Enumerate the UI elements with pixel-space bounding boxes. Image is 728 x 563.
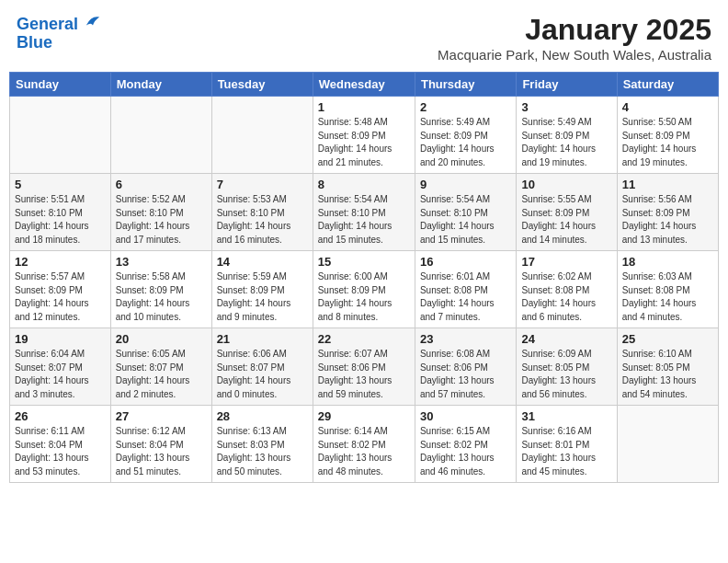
day-info: Sunrise: 6:02 AM Sunset: 8:08 PM Dayligh…: [521, 270, 611, 324]
day-info: Sunrise: 6:11 AM Sunset: 8:04 PM Dayligh…: [15, 425, 106, 478]
day-number: 19: [15, 332, 106, 346]
day-info: Sunrise: 6:01 AM Sunset: 8:08 PM Dayligh…: [420, 270, 511, 324]
day-info: Sunrise: 6:04 AM Sunset: 8:07 PM Dayligh…: [15, 348, 106, 401]
calendar-cell: 30Sunrise: 6:15 AM Sunset: 8:02 PM Dayli…: [415, 406, 516, 483]
calendar-week-row: 12Sunrise: 5:57 AM Sunset: 8:09 PM Dayli…: [10, 251, 719, 328]
day-number: 18: [622, 255, 713, 269]
calendar-cell: 24Sunrise: 6:09 AM Sunset: 8:05 PM Dayli…: [517, 328, 617, 406]
day-number: 21: [217, 332, 308, 346]
calendar-cell: 20Sunrise: 6:05 AM Sunset: 8:07 PM Dayli…: [110, 328, 211, 406]
day-info: Sunrise: 5:49 AM Sunset: 8:09 PM Dayligh…: [420, 116, 511, 169]
location-title: Macquarie Park, New South Wales, Austral…: [438, 47, 711, 63]
day-info: Sunrise: 5:59 AM Sunset: 8:09 PM Dayligh…: [217, 270, 308, 324]
calendar-cell: 26Sunrise: 6:11 AM Sunset: 8:04 PM Dayli…: [10, 406, 111, 483]
calendar-cell: 6Sunrise: 5:52 AM Sunset: 8:10 PM Daylig…: [110, 174, 211, 251]
calendar-cell: 16Sunrise: 6:01 AM Sunset: 8:08 PM Dayli…: [415, 251, 516, 328]
calendar-cell: 14Sunrise: 5:59 AM Sunset: 8:09 PM Dayli…: [211, 251, 313, 328]
calendar-cell: 3Sunrise: 5:49 AM Sunset: 8:09 PM Daylig…: [517, 97, 617, 174]
calendar-cell: 31Sunrise: 6:16 AM Sunset: 8:01 PM Dayli…: [517, 406, 617, 483]
day-info: Sunrise: 5:54 AM Sunset: 8:10 PM Dayligh…: [420, 193, 511, 247]
weekday-header-tuesday: Tuesday: [211, 73, 313, 97]
day-number: 22: [318, 332, 410, 346]
calendar-cell: 13Sunrise: 5:58 AM Sunset: 8:09 PM Dayli…: [110, 251, 211, 328]
weekday-header-row: SundayMondayTuesdayWednesdayThursdayFrid…: [10, 73, 719, 97]
day-number: 9: [420, 178, 511, 191]
day-info: Sunrise: 6:15 AM Sunset: 8:02 PM Dayligh…: [420, 425, 511, 478]
day-number: 24: [521, 332, 611, 346]
calendar-cell: 27Sunrise: 6:12 AM Sunset: 8:04 PM Dayli…: [110, 406, 211, 483]
day-info: Sunrise: 6:16 AM Sunset: 8:01 PM Dayligh…: [521, 425, 611, 478]
calendar-cell: 7Sunrise: 5:53 AM Sunset: 8:10 PM Daylig…: [211, 174, 313, 251]
calendar-cell: 2Sunrise: 5:49 AM Sunset: 8:09 PM Daylig…: [415, 97, 516, 174]
calendar-cell: 18Sunrise: 6:03 AM Sunset: 8:08 PM Dayli…: [617, 251, 718, 328]
weekday-header-sunday: Sunday: [10, 73, 111, 97]
day-info: Sunrise: 6:13 AM Sunset: 8:03 PM Dayligh…: [217, 425, 308, 478]
logo-bird-icon: [85, 13, 101, 29]
calendar-cell: 11Sunrise: 5:56 AM Sunset: 8:09 PM Dayli…: [617, 174, 718, 251]
calendar-cell: [211, 97, 313, 174]
day-number: 13: [116, 255, 207, 269]
weekday-header-wednesday: Wednesday: [313, 73, 415, 97]
calendar-week-row: 26Sunrise: 6:11 AM Sunset: 8:04 PM Dayli…: [10, 406, 719, 483]
calendar-cell: 8Sunrise: 5:54 AM Sunset: 8:10 PM Daylig…: [313, 174, 415, 251]
day-number: 6: [116, 178, 207, 191]
calendar-cell: 21Sunrise: 6:06 AM Sunset: 8:07 PM Dayli…: [211, 328, 313, 406]
logo: General Blue: [17, 13, 101, 52]
day-number: 25: [622, 332, 713, 346]
day-number: 27: [116, 409, 207, 423]
calendar-cell: 5Sunrise: 5:51 AM Sunset: 8:10 PM Daylig…: [10, 174, 111, 251]
logo-general: General: [17, 15, 78, 33]
day-info: Sunrise: 6:03 AM Sunset: 8:08 PM Dayligh…: [622, 270, 713, 324]
calendar-cell: 22Sunrise: 6:07 AM Sunset: 8:06 PM Dayli…: [313, 328, 415, 406]
month-title: January 2025: [438, 13, 711, 47]
calendar-cell: 1Sunrise: 5:48 AM Sunset: 8:09 PM Daylig…: [313, 97, 415, 174]
calendar-cell: 9Sunrise: 5:54 AM Sunset: 8:10 PM Daylig…: [415, 174, 516, 251]
day-info: Sunrise: 6:07 AM Sunset: 8:06 PM Dayligh…: [318, 348, 410, 401]
day-info: Sunrise: 5:51 AM Sunset: 8:10 PM Dayligh…: [15, 193, 106, 247]
calendar-cell: 15Sunrise: 6:00 AM Sunset: 8:09 PM Dayli…: [313, 251, 415, 328]
day-number: 20: [116, 332, 207, 346]
page-header: General Blue January 2025 Macquarie Park…: [9, 9, 719, 66]
day-info: Sunrise: 5:53 AM Sunset: 8:10 PM Dayligh…: [217, 193, 308, 247]
day-info: Sunrise: 6:10 AM Sunset: 8:05 PM Dayligh…: [622, 348, 713, 401]
day-info: Sunrise: 6:08 AM Sunset: 8:06 PM Dayligh…: [420, 348, 511, 401]
weekday-header-saturday: Saturday: [617, 73, 718, 97]
day-info: Sunrise: 6:14 AM Sunset: 8:02 PM Dayligh…: [318, 425, 410, 478]
day-info: Sunrise: 6:09 AM Sunset: 8:05 PM Dayligh…: [521, 348, 611, 401]
day-number: 7: [217, 178, 308, 191]
calendar-cell: 25Sunrise: 6:10 AM Sunset: 8:05 PM Dayli…: [617, 328, 718, 406]
day-info: Sunrise: 5:56 AM Sunset: 8:09 PM Dayligh…: [622, 193, 713, 247]
day-number: 10: [521, 178, 611, 191]
day-info: Sunrise: 5:48 AM Sunset: 8:09 PM Dayligh…: [318, 116, 410, 169]
day-number: 12: [15, 255, 106, 269]
calendar-cell: 12Sunrise: 5:57 AM Sunset: 8:09 PM Dayli…: [10, 251, 111, 328]
day-number: 26: [15, 409, 106, 423]
day-info: Sunrise: 5:50 AM Sunset: 8:09 PM Dayligh…: [622, 116, 713, 169]
day-info: Sunrise: 5:57 AM Sunset: 8:09 PM Dayligh…: [15, 270, 106, 324]
calendar-cell: [617, 406, 718, 483]
day-number: 2: [420, 100, 511, 114]
logo-blue: Blue: [17, 34, 101, 52]
day-info: Sunrise: 6:12 AM Sunset: 8:04 PM Dayligh…: [116, 425, 207, 478]
calendar-cell: 10Sunrise: 5:55 AM Sunset: 8:09 PM Dayli…: [517, 174, 617, 251]
day-number: 5: [15, 178, 106, 191]
day-number: 31: [521, 409, 611, 423]
calendar-table: SundayMondayTuesdayWednesdayThursdayFrid…: [9, 72, 719, 483]
day-number: 11: [622, 178, 713, 191]
calendar-week-row: 19Sunrise: 6:04 AM Sunset: 8:07 PM Dayli…: [10, 328, 719, 406]
day-info: Sunrise: 5:58 AM Sunset: 8:09 PM Dayligh…: [116, 270, 207, 324]
day-number: 16: [420, 255, 511, 269]
day-number: 1: [318, 100, 410, 114]
day-info: Sunrise: 5:52 AM Sunset: 8:10 PM Dayligh…: [116, 193, 207, 247]
day-info: Sunrise: 6:06 AM Sunset: 8:07 PM Dayligh…: [217, 348, 308, 401]
calendar-week-row: 5Sunrise: 5:51 AM Sunset: 8:10 PM Daylig…: [10, 174, 719, 251]
day-info: Sunrise: 6:05 AM Sunset: 8:07 PM Dayligh…: [116, 348, 207, 401]
weekday-header-monday: Monday: [110, 73, 211, 97]
calendar-week-row: 1Sunrise: 5:48 AM Sunset: 8:09 PM Daylig…: [10, 97, 719, 174]
day-number: 30: [420, 409, 511, 423]
calendar-cell: [110, 97, 211, 174]
calendar-cell: 23Sunrise: 6:08 AM Sunset: 8:06 PM Dayli…: [415, 328, 516, 406]
calendar-cell: 29Sunrise: 6:14 AM Sunset: 8:02 PM Dayli…: [313, 406, 415, 483]
calendar-cell: 28Sunrise: 6:13 AM Sunset: 8:03 PM Dayli…: [211, 406, 313, 483]
day-number: 8: [318, 178, 410, 191]
